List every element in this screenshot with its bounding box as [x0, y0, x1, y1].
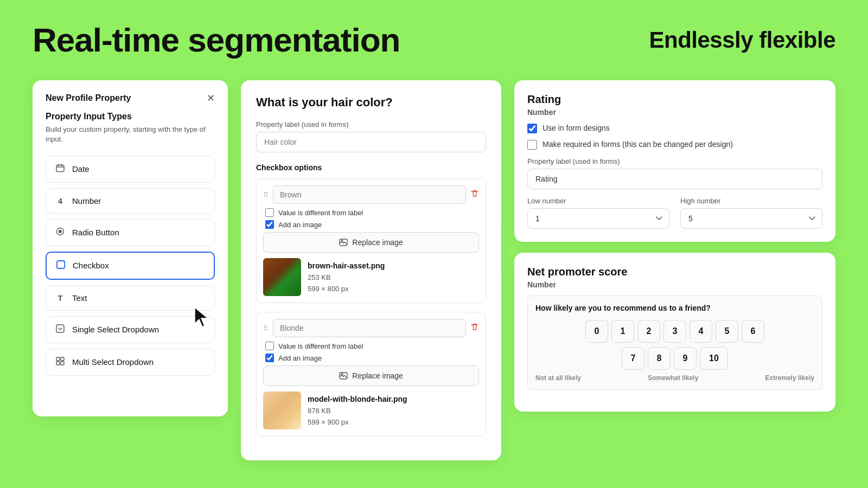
nps-title: Net promoter score [527, 266, 822, 278]
input-type-radio[interactable]: Radio Button [46, 219, 215, 246]
nps-num-2[interactable]: 2 [637, 320, 660, 343]
option-blonde-row: ⠿ [263, 319, 479, 337]
radio-icon [55, 227, 66, 238]
svg-rect-3 [57, 261, 65, 268]
replace-image-blonde-button[interactable]: Replace image [263, 365, 479, 386]
rating-property-label-text: Property label (used in forms) [527, 157, 822, 165]
use-in-forms-row: Use in form designs [527, 123, 822, 134]
multi-dropdown-label: Multi Select Dropdown [72, 357, 154, 367]
header-row: Real-time segmentation Endlessly flexibl… [33, 22, 835, 59]
delete-blonde-button[interactable] [470, 323, 479, 333]
input-type-single-dropdown[interactable]: Single Select Dropdown [46, 316, 215, 343]
replace-image-brown-button[interactable]: Replace image [263, 232, 479, 253]
nps-labels-row: Not at all likely Somewhat likely Extrem… [535, 374, 814, 382]
nps-num-10[interactable]: 10 [700, 347, 728, 370]
image-thumb-blonde [263, 391, 301, 429]
date-icon [55, 164, 66, 175]
input-type-text[interactable]: T Text [46, 285, 215, 311]
add-image-brown-checkbox[interactable] [265, 220, 274, 229]
nps-row2: 7 8 9 10 [535, 347, 814, 370]
section-desc: Build your custom property, starting wit… [46, 125, 215, 144]
main-title: Real-time segmentation [33, 22, 400, 59]
input-type-checkbox[interactable]: Checkbox [46, 252, 215, 280]
nps-label-right: Extremely likely [765, 374, 814, 382]
image-filename-brown: brown-hair-asset.png [308, 261, 385, 270]
add-image-blonde-row: Add an image [263, 354, 479, 362]
property-label-input[interactable] [256, 132, 486, 152]
nps-num-5[interactable]: 5 [716, 320, 738, 343]
svg-point-2 [59, 230, 62, 233]
delete-brown-button[interactable] [470, 189, 479, 200]
image-icon-brown [339, 238, 348, 247]
image-filename-blonde: model-with-blonde-hair.png [308, 395, 407, 403]
close-button[interactable]: ✕ [207, 93, 215, 103]
svg-rect-6 [61, 357, 64, 361]
value-diff-brown-row: Value is different from label [263, 208, 479, 217]
number-label: Number [72, 196, 101, 206]
option-brown-row: ⠿ [263, 185, 479, 204]
value-diff-blonde-label: Value is different from label [278, 342, 363, 350]
single-dropdown-icon [55, 324, 66, 335]
left-panel: New Profile Property ✕ Property Input Ty… [33, 80, 228, 416]
image-size-brown: 253 KB [308, 273, 331, 281]
image-dims-brown: 599 × 800 px [308, 285, 349, 293]
panel-header: New Profile Property ✕ [46, 93, 215, 103]
image-dims-blonde: 599 × 900 px [308, 418, 349, 426]
input-type-multi-dropdown[interactable]: Multi Select Dropdown [46, 349, 215, 376]
use-in-forms-label: Use in form designs [542, 123, 610, 134]
checkbox-options-label: Checkbox options [256, 163, 486, 172]
nps-num-7[interactable]: 7 [622, 347, 644, 370]
nps-num-6[interactable]: 6 [742, 320, 764, 343]
option-blonde-input[interactable] [273, 319, 466, 337]
svg-rect-8 [61, 362, 64, 365]
image-size-blonde: 878 KB [308, 407, 331, 415]
checkbox-label: Checkbox [73, 261, 109, 270]
image-info-blonde: model-with-blonde-hair.png 878 KB 599 × … [263, 391, 479, 429]
use-in-forms-checkbox[interactable] [527, 124, 537, 133]
add-image-blonde-label: Add an image [278, 354, 322, 362]
value-diff-blonde-row: Value is different from label [263, 342, 479, 350]
image-info-brown: brown-hair-asset.png 253 KB 599 × 800 px [263, 258, 479, 296]
number-range-row: Low number 1 2 3 High number 5 10 15 [527, 197, 822, 229]
radio-label: Radio Button [72, 228, 119, 237]
nps-num-8[interactable]: 8 [648, 347, 671, 370]
value-diff-blonde-checkbox[interactable] [265, 342, 274, 350]
section-title: Property Input Types [46, 112, 215, 121]
rating-subtitle: Number [527, 108, 822, 117]
add-image-blonde-checkbox[interactable] [265, 354, 274, 362]
rating-panel: Rating Number Use in form designs Make r… [514, 80, 835, 242]
multi-dropdown-icon [55, 357, 66, 368]
input-type-date[interactable]: Date [46, 156, 215, 183]
number-icon: 4 [55, 196, 66, 206]
value-diff-brown-checkbox[interactable] [265, 208, 274, 217]
add-image-brown-row: Add an image [263, 220, 479, 229]
nps-num-4[interactable]: 4 [690, 320, 712, 343]
checkbox-icon [55, 260, 66, 271]
single-dropdown-label: Single Select Dropdown [72, 325, 159, 334]
nps-num-3[interactable]: 3 [663, 320, 686, 343]
svg-rect-4 [56, 325, 64, 332]
input-type-number[interactable]: 4 Number [46, 188, 215, 214]
image-meta-brown: brown-hair-asset.png 253 KB 599 × 800 px [308, 260, 385, 294]
high-number-label: High number [680, 197, 822, 205]
rating-property-label-input[interactable] [527, 169, 822, 189]
nps-num-9[interactable]: 9 [674, 347, 697, 370]
date-label: Date [72, 164, 90, 174]
page-background: Real-time segmentation Endlessly flexibl… [0, 0, 868, 488]
make-required-checkbox[interactable] [527, 140, 537, 150]
high-number-col: High number 5 10 15 [680, 197, 822, 229]
nps-num-0[interactable]: 0 [585, 320, 608, 343]
drag-handle-blonde[interactable]: ⠿ [263, 324, 269, 332]
nps-label-mid: Somewhat likely [648, 374, 698, 382]
image-meta-blonde: model-with-blonde-hair.png 878 KB 599 × … [308, 393, 407, 428]
drag-handle-brown[interactable]: ⠿ [263, 191, 269, 199]
high-number-select[interactable]: 5 10 15 [680, 208, 822, 229]
option-brown-input[interactable] [273, 185, 466, 204]
question-title: What is your hair color? [256, 95, 486, 110]
right-column: Rating Number Use in form designs Make r… [514, 80, 835, 412]
nps-num-1[interactable]: 1 [611, 320, 634, 343]
nps-row1: 0 1 2 3 4 5 6 [535, 320, 814, 343]
nps-question: How likely are you to recommend us to a … [527, 296, 822, 390]
nps-label-left: Not at all likely [535, 374, 581, 382]
low-number-select[interactable]: 1 2 3 [527, 208, 669, 229]
